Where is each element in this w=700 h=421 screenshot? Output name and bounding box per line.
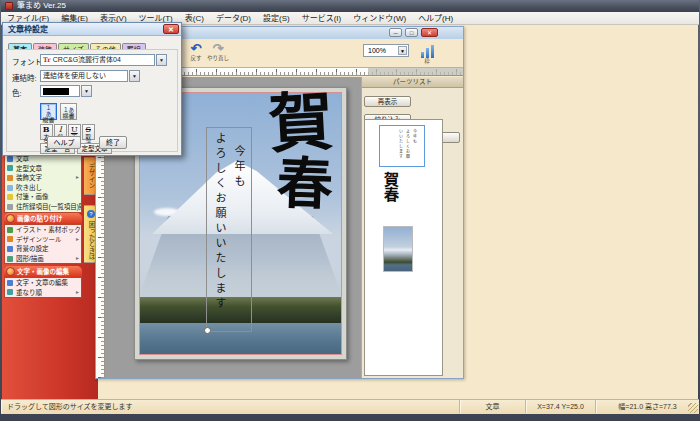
sidebar-item-label: 文字・文章の編集 [16, 279, 68, 286]
status-bar: ドラッグして図形のサイズを変更します 文章 X=37.4 Y=25.0 幅=21… [1, 399, 699, 414]
sidebar-item-label: 住所録項目(一覧項目)貼り付け [16, 203, 81, 210]
parts-refresh-button[interactable]: 再表示 [364, 96, 411, 107]
brush-icon [6, 267, 15, 276]
color-label: 色: [12, 87, 22, 98]
horizontal-writing-button[interactable]: １あ 横書 [60, 103, 77, 120]
status-mode: 文章 [459, 400, 525, 413]
link-label: 連結時: [12, 72, 37, 83]
sidebar-item-label: デザインツール [16, 236, 62, 243]
parts-list: 今年も よろしくお願いいたします 賀春 [364, 119, 443, 376]
resize-grip[interactable] [688, 403, 698, 413]
greeting-text: 今年も よろしくお願いいたします [210, 132, 248, 327]
truetype-icon: Tr [43, 56, 51, 64]
question-icon: ? [87, 210, 95, 218]
sidebar-item-label: 定型文章 [16, 165, 42, 172]
sidebar-item-label: 背景の設定 [16, 245, 49, 252]
sidebar-item-icon [7, 204, 13, 210]
chevron-right-icon: ▸ [76, 288, 79, 298]
dialog-body: フォント: TrCRC&G流麗行書体04 ▼ 連結時: 連結体を使用しない ▼ … [6, 49, 178, 152]
sidebar-item[interactable]: 図形/描画 ▸ [5, 254, 81, 264]
sidebar-item-label: 重なり順 [16, 289, 42, 296]
sidebar-item[interactable]: 装飾文字 ▸ [5, 173, 81, 183]
chevron-right-icon: ▸ [76, 173, 79, 183]
sidebar-item[interactable]: 住所録項目(一覧項目)貼り付け ▸ [5, 202, 81, 212]
sidebar-item-icon [7, 165, 13, 171]
sidebar-item-icon [7, 194, 13, 200]
sidebar-header-edit: 文字・画像の編集 [4, 266, 82, 277]
text-frame-settings-dialog: 文章枠設定 ✕ 基本装飾サイズその他罫線 フォント: TrCRC&G流麗行書体0… [2, 22, 182, 156]
menu-item[interactable]: データ(D) [210, 12, 257, 24]
dialog-title-bar: 文章枠設定 ✕ [3, 23, 181, 36]
sidebar-item[interactable]: 付箋・画像 ▸ [5, 192, 81, 202]
sidebar-item-label: イラスト・素材ボックス [16, 226, 81, 233]
status-position: X=37.4 Y=25.0 [525, 400, 595, 413]
vertical-writing-icon: １あ [41, 105, 56, 117]
parts-item-gasho[interactable]: 賀春 [381, 172, 399, 218]
sidebar-item[interactable]: 吹き出し ▸ [5, 183, 81, 193]
undo-icon: ↶ [184, 42, 208, 55]
sidebar-item-label: 装飾文字 [16, 174, 42, 181]
zoom-select[interactable]: 100% ▼ [363, 44, 409, 57]
stamp-icon [6, 214, 15, 223]
sidebar-item[interactable]: 背景の設定 ▸ [5, 244, 81, 254]
dialog-title: 文章枠設定 [8, 25, 48, 34]
resize-handle[interactable] [204, 327, 211, 334]
parts-item-photo[interactable] [383, 226, 413, 272]
chevron-down-icon[interactable]: ▼ [156, 54, 167, 66]
sidebar-item-label: 吹き出し [16, 184, 42, 191]
sidebar-item-icon [7, 227, 13, 233]
sidebar-item-icon [7, 185, 13, 191]
sidebar-item-label: 付箋・画像 [16, 193, 49, 200]
dialog-close-icon[interactable]: ✕ [163, 24, 179, 34]
sidebar-item[interactable]: 定型文章 ▸ [5, 164, 81, 174]
font-select[interactable]: TrCRC&G流麗行書体04 [40, 54, 155, 66]
minimize-button[interactable]: ─ [389, 28, 402, 37]
undo-button[interactable]: ↶ 戻す [184, 42, 208, 61]
sidebar-item-icon [7, 256, 13, 262]
color-select[interactable] [40, 85, 80, 97]
maximize-button[interactable]: □ [405, 28, 418, 37]
sidebar-item-icon [7, 175, 13, 181]
sidebar-item[interactable]: 文字・文章の編集 ▸ [5, 278, 81, 288]
status-size: 幅=21.0 高さ=77.3 [595, 400, 699, 413]
menu-item[interactable]: サービス(I) [296, 12, 348, 24]
sidebar-item-icon [7, 289, 13, 295]
parts-header: パーツリスト [362, 77, 463, 88]
link-select[interactable]: 連結体を使用しない [40, 70, 128, 82]
parts-item-greeting[interactable]: 今年も よろしくお願いいたします [379, 125, 425, 167]
vertical-writing-button[interactable]: １あ 縦書 [40, 103, 57, 120]
sidebar-item[interactable]: イラスト・素材ボックス ▸ [5, 225, 81, 235]
strikethrough-button[interactable]: S 取消 [82, 124, 95, 140]
menu-item[interactable]: ヘルプ(H) [412, 12, 459, 24]
app-icon [5, 2, 13, 10]
chevron-down-icon[interactable]: ▼ [81, 85, 92, 97]
menu-item[interactable]: ウィンドウ(W) [347, 12, 412, 24]
sidebar-item-label: 図形/描画 [16, 255, 44, 262]
sidebar-item[interactable]: 重なり順 ▸ [5, 288, 81, 298]
sidebar-item-icon [7, 156, 13, 162]
sidebar-section-text: 文章 ▸ 定型文章 ▸ 装飾文字 ▸ 吹き出し ▸ [4, 153, 82, 213]
parts-panel: パーツリスト 再表示 絞り込み パーツコントローラ 今年も よろしくお願いいたし… [361, 77, 463, 378]
menu-item[interactable]: 表(C) [179, 12, 210, 24]
sidebar-item-icon [7, 280, 13, 286]
chevron-right-icon: ▸ [76, 254, 79, 264]
chevron-right-icon: ▸ [76, 235, 79, 245]
status-hint: ドラッグして図形のサイズを変更します [1, 400, 459, 413]
sidebar-item-label: 文章 [16, 155, 29, 162]
chevron-down-icon[interactable]: ▼ [129, 70, 140, 82]
chevron-down-icon: ▼ [398, 46, 407, 55]
calligraphy-gasho[interactable]: 賀 春 [266, 92, 336, 212]
app-window-frame: 筆まめ Ver.25 ファイル(F)編集(E)表示(V)ツール(T)表(C)デー… [0, 0, 700, 421]
help-button[interactable]: ヘルプ [47, 136, 81, 149]
close-button[interactable]: ✕ [421, 28, 438, 37]
greeting-text-frame[interactable]: 今年も よろしくお願いいたします [206, 127, 252, 332]
sidebar-item-icon [7, 236, 13, 242]
sidebar-header-image-paste: 画像の貼り付け [4, 213, 82, 224]
exit-button[interactable]: 終了 [99, 136, 127, 149]
menu-item[interactable]: 設定(S) [257, 12, 296, 24]
frame-tool-button[interactable]: 枠 [416, 40, 438, 64]
sidebar-item[interactable]: デザインツール ▸ [5, 235, 81, 245]
app-title: 筆まめ Ver.25 [17, 0, 66, 12]
sidebar-item-icon [7, 246, 13, 252]
redo-button[interactable]: ↷ やり直し [206, 42, 230, 61]
